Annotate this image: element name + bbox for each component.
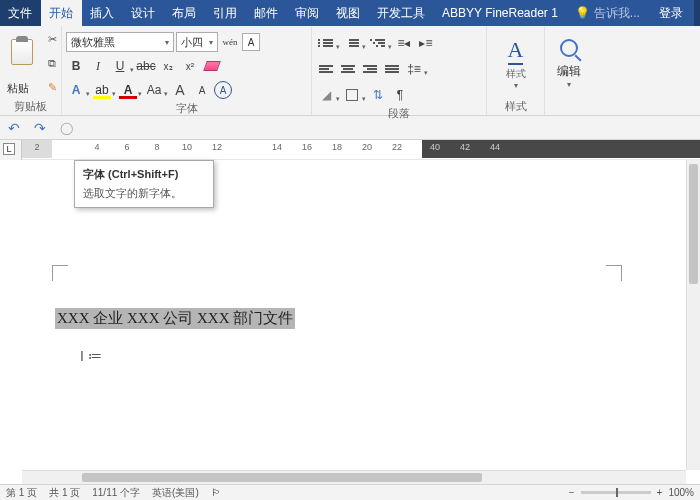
sort-button[interactable]: ⇅ — [368, 85, 388, 105]
superscript-button[interactable]: x² — [180, 56, 200, 76]
enclose-chars-button[interactable]: A — [214, 81, 232, 99]
zoom-control: − + 100% — [569, 487, 694, 498]
status-bar: 第 1 页 共 1 页 11/11 个字 英语(美国) 🏳 − + 100% — [0, 484, 700, 500]
paste-button[interactable]: 粘贴 — [4, 28, 40, 99]
status-total-pages[interactable]: 共 1 页 — [49, 486, 80, 500]
horizontal-ruler[interactable]: 24681012141618202224 404244 — [22, 140, 700, 160]
login-button[interactable]: 登录 — [649, 0, 694, 26]
justify-button[interactable] — [382, 59, 402, 79]
phonetic-guide-button[interactable]: wén — [220, 32, 240, 52]
chevron-down-icon[interactable]: ▾ — [164, 90, 168, 101]
shading-button[interactable]: ◢ — [316, 85, 336, 105]
strikethrough-button[interactable]: abc — [136, 56, 156, 76]
clear-formatting-button[interactable] — [202, 56, 222, 76]
undo-button[interactable] — [6, 120, 22, 136]
styles-gallery-button[interactable]: A 样式 ▾ — [497, 42, 535, 86]
title-bar: 文件 开始 插入 设计 布局 引用 邮件 审阅 视图 开发工具 ABBYY Fi… — [0, 0, 700, 26]
ruler-corner: L — [0, 140, 22, 160]
zoom-slider[interactable] — [581, 491, 651, 494]
font-name-combo[interactable]: 微软雅黑▾ — [66, 32, 174, 52]
bullets-button[interactable] — [316, 33, 336, 53]
ribbon: 粘贴 剪贴板 微软雅黑▾ 小四▾ wén A B I U▾ abc x — [0, 26, 700, 116]
group-clipboard: 粘贴 剪贴板 — [0, 26, 62, 115]
subscript-button[interactable]: x₂ — [158, 56, 178, 76]
qat-item[interactable]: ◯ — [58, 120, 74, 136]
text-cursor: I ≔ — [80, 348, 102, 364]
align-left-button[interactable] — [316, 59, 336, 79]
tab-layout[interactable]: 布局 — [164, 0, 205, 26]
selected-text[interactable]: XXX 企业 XXX 公司 XXX 部门文件 — [55, 308, 295, 329]
chevron-down-icon[interactable]: ▾ — [362, 43, 366, 54]
status-page[interactable]: 第 1 页 — [6, 486, 37, 500]
align-right-button[interactable] — [360, 59, 380, 79]
decrease-indent-button[interactable]: ≡◂ — [394, 33, 414, 53]
group-font: 微软雅黑▾ 小四▾ wén A B I U▾ abc x₂ x² A▾ ab▾ … — [62, 26, 312, 115]
font-tooltip: 字体 (Ctrl+Shift+F) 选取文字的新字体。 — [74, 160, 214, 208]
bold-button[interactable]: B — [66, 56, 86, 76]
scroll-thumb[interactable] — [82, 473, 482, 482]
text-effects-button[interactable]: A — [66, 80, 86, 100]
format-painter-button[interactable] — [43, 79, 61, 95]
chevron-down-icon[interactable]: ▾ — [336, 95, 340, 106]
vertical-scrollbar[interactable] — [686, 160, 700, 470]
chevron-down-icon[interactable]: ▾ — [424, 69, 428, 80]
zoom-in-button[interactable]: + — [657, 487, 663, 498]
font-color-button[interactable]: A — [118, 80, 138, 100]
tab-developer[interactable]: 开发工具 — [369, 0, 434, 26]
borders-button[interactable] — [342, 85, 362, 105]
tab-insert[interactable]: 插入 — [82, 0, 123, 26]
redo-button[interactable] — [32, 120, 48, 136]
tab-mailings[interactable]: 邮件 — [246, 0, 287, 26]
underline-button[interactable]: U — [110, 56, 130, 76]
styles-group-label: 样式 — [491, 99, 540, 115]
char-border-button[interactable]: A — [242, 33, 260, 51]
page-corner-icon — [52, 265, 68, 281]
tab-file[interactable]: 文件 — [0, 0, 41, 26]
font-size-value: 小四 — [181, 35, 203, 50]
grow-font-button[interactable]: A — [170, 80, 190, 100]
share-button[interactable]: 👤共享 — [694, 0, 700, 26]
numbering-button[interactable] — [342, 33, 362, 53]
change-case-button[interactable]: Aa — [144, 80, 164, 100]
scroll-thumb[interactable] — [689, 164, 698, 284]
italic-button[interactable]: I — [88, 56, 108, 76]
chevron-down-icon[interactable]: ▾ — [112, 90, 116, 101]
tab-design[interactable]: 设计 — [123, 0, 164, 26]
status-word-count[interactable]: 11/11 个字 — [92, 486, 140, 500]
tab-abbyy[interactable]: ABBYY FineReader 1 — [434, 0, 567, 26]
tab-selector[interactable]: L — [3, 143, 15, 155]
chevron-down-icon[interactable]: ▾ — [138, 90, 142, 101]
line-spacing-button[interactable]: ‡≡ — [404, 59, 424, 79]
tell-me[interactable]: 💡告诉我... — [567, 0, 649, 26]
show-marks-button[interactable]: ¶ — [390, 85, 410, 105]
highlight-button[interactable]: ab — [92, 80, 112, 100]
status-language[interactable]: 英语(美国) — [152, 486, 199, 500]
chevron-down-icon[interactable]: ▾ — [362, 95, 366, 106]
cut-button[interactable] — [43, 32, 61, 48]
zoom-out-button[interactable]: − — [569, 487, 575, 498]
tab-view[interactable]: 视图 — [328, 0, 369, 26]
multilevel-button[interactable] — [368, 33, 388, 53]
group-styles: A 样式 ▾ 样式 — [487, 26, 545, 115]
group-editing: 编辑 ▾ — [545, 26, 593, 115]
clipboard-icon — [11, 39, 33, 65]
eraser-icon — [203, 61, 221, 71]
chevron-down-icon[interactable]: ▾ — [130, 66, 134, 77]
ruler[interactable]: L 24681012141618202224 404244 — [0, 140, 700, 160]
chevron-down-icon[interactable]: ▾ — [336, 43, 340, 54]
status-proofing-icon[interactable]: 🏳 — [211, 487, 221, 498]
tab-review[interactable]: 审阅 — [287, 0, 328, 26]
find-button[interactable]: 编辑 ▾ — [554, 39, 584, 89]
tooltip-title: 字体 (Ctrl+Shift+F) — [83, 167, 205, 182]
align-center-button[interactable] — [338, 59, 358, 79]
font-size-combo[interactable]: 小四▾ — [176, 32, 218, 52]
zoom-level[interactable]: 100% — [668, 487, 694, 498]
horizontal-scrollbar[interactable] — [22, 470, 686, 484]
chevron-down-icon[interactable]: ▾ — [86, 90, 90, 101]
shrink-font-button[interactable]: A — [192, 80, 212, 100]
increase-indent-button[interactable]: ▸≡ — [416, 33, 436, 53]
copy-button[interactable] — [43, 55, 61, 71]
chevron-down-icon[interactable]: ▾ — [388, 43, 392, 54]
tab-references[interactable]: 引用 — [205, 0, 246, 26]
tab-home[interactable]: 开始 — [41, 0, 82, 26]
